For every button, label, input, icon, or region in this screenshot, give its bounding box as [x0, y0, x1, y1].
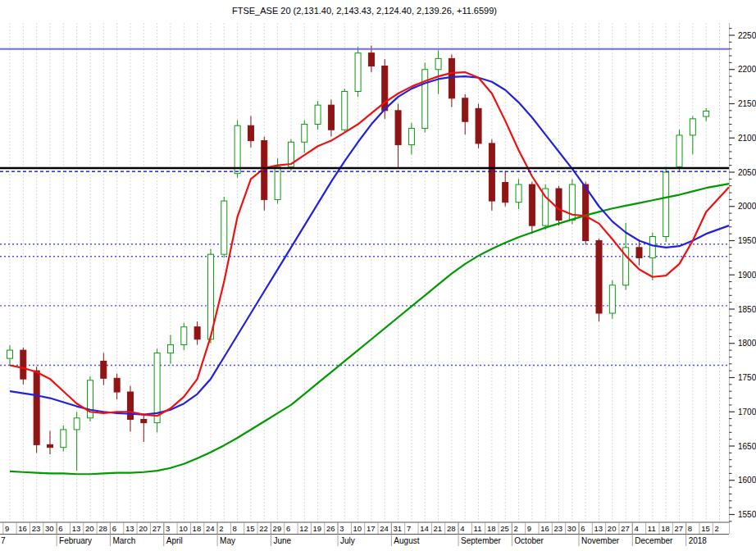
week-label: 11 — [648, 524, 656, 533]
candle-down — [248, 125, 253, 140]
candle-up — [516, 184, 521, 203]
y-axis-label: 2050 — [738, 168, 756, 177]
week-label: 10 — [179, 524, 188, 533]
candle-up — [221, 201, 227, 254]
week-label: 3 — [166, 524, 170, 533]
y-axis: 1550160016501700175018001850190019502000… — [729, 29, 756, 521]
candle-up — [355, 53, 361, 92]
week-label: 6 — [581, 524, 585, 533]
y-axis-label: 1700 — [738, 408, 756, 417]
month-label: July — [340, 536, 355, 545]
week-label: 26 — [326, 524, 335, 533]
week-label: 23 — [554, 524, 563, 533]
month-label: December — [635, 536, 673, 545]
week-label: 30 — [567, 524, 576, 533]
candle-up — [315, 105, 321, 124]
y-axis-label: 2000 — [738, 202, 756, 211]
week-label: 14 — [420, 524, 429, 533]
ma-mid-blue-line — [10, 76, 729, 414]
y-axis-label: 2200 — [738, 65, 756, 74]
month-label: September — [461, 536, 502, 545]
candle-up — [609, 285, 615, 313]
week-label: 4 — [635, 524, 639, 533]
candle-down — [476, 108, 481, 143]
y-axis-label: 1800 — [738, 339, 756, 348]
candle-down — [556, 189, 562, 220]
week-label: 31 — [394, 524, 403, 533]
candle-up — [435, 58, 441, 69]
week-label: 27 — [153, 524, 162, 533]
candle-up — [408, 129, 414, 145]
y-axis-label: 1850 — [738, 305, 756, 314]
week-label: 17 — [367, 524, 376, 533]
week-label: 13 — [72, 524, 81, 533]
week-label: 27 — [621, 524, 630, 533]
month-label: June — [273, 536, 291, 545]
week-label: 10 — [353, 524, 362, 533]
week-label: 18 — [193, 524, 202, 533]
candle-up — [167, 344, 173, 353]
week-label: 20 — [139, 524, 148, 533]
y-axis-label: 1950 — [738, 236, 756, 245]
week-label: 11 — [474, 524, 482, 533]
week-label: 9 — [527, 524, 531, 533]
candle-up — [342, 91, 348, 130]
month-label: February — [59, 536, 92, 545]
candle-up — [422, 70, 428, 129]
week-label: 18 — [661, 524, 670, 533]
week-label: 6 — [286, 524, 290, 533]
candle-down — [449, 58, 454, 98]
candle-up — [181, 327, 187, 345]
month-label: 2018 — [689, 536, 708, 545]
week-label: 4 — [460, 524, 464, 533]
week-label: 28 — [447, 524, 456, 533]
week-label: 22 — [259, 524, 268, 533]
month-label: April — [166, 536, 183, 545]
candle-down — [529, 184, 535, 225]
candle-up — [74, 418, 80, 430]
week-label: 13 — [594, 524, 603, 533]
week-label: 9 — [5, 524, 9, 533]
week-label-clipped: 2 — [714, 524, 718, 533]
candle-up — [302, 125, 307, 143]
week-label: 23 — [32, 524, 41, 533]
candle-down — [596, 241, 602, 314]
week-label: 2 — [219, 524, 223, 533]
y-axis-label: 1650 — [738, 442, 756, 451]
week-label: 20 — [85, 524, 94, 533]
candle-down — [489, 143, 494, 201]
y-axis-label: 1750 — [738, 373, 756, 382]
price-chart[interactable]: 1550160016501700175018001850190019502000… — [0, 0, 756, 551]
key-levels-layer — [0, 49, 729, 171]
candle-up — [649, 236, 655, 257]
candle-down — [368, 53, 374, 66]
week-label: 16 — [540, 524, 549, 533]
ma-slow-green-line — [10, 184, 729, 474]
candle-down — [127, 392, 133, 419]
candle-up — [7, 350, 13, 358]
y-axis-label: 2100 — [738, 134, 756, 143]
x-axis: 9162330613202861320273101824281522296121… — [0, 522, 729, 546]
candle-down — [395, 111, 401, 145]
week-label: 15 — [246, 524, 255, 533]
ma-slow-green-layer — [10, 184, 729, 474]
candle-down — [583, 184, 589, 240]
candle-down — [141, 419, 147, 422]
week-label: 29 — [273, 524, 282, 533]
month-label: May — [220, 536, 235, 545]
week-label: 21 — [434, 524, 443, 533]
candle-down — [101, 361, 107, 378]
week-label: 28 — [98, 524, 107, 533]
candle-up — [663, 172, 669, 236]
candle-down — [47, 444, 52, 447]
month-label: November — [581, 536, 620, 545]
candle-up — [690, 119, 695, 135]
candle-down — [503, 183, 508, 203]
candle-down — [194, 327, 200, 339]
candle-down — [328, 105, 334, 130]
week-label: 8 — [688, 524, 692, 533]
dotted-levels-layer — [0, 244, 729, 366]
month-label: March — [112, 536, 135, 545]
week-label: 19 — [313, 524, 322, 533]
week-label: 15 — [701, 524, 710, 533]
